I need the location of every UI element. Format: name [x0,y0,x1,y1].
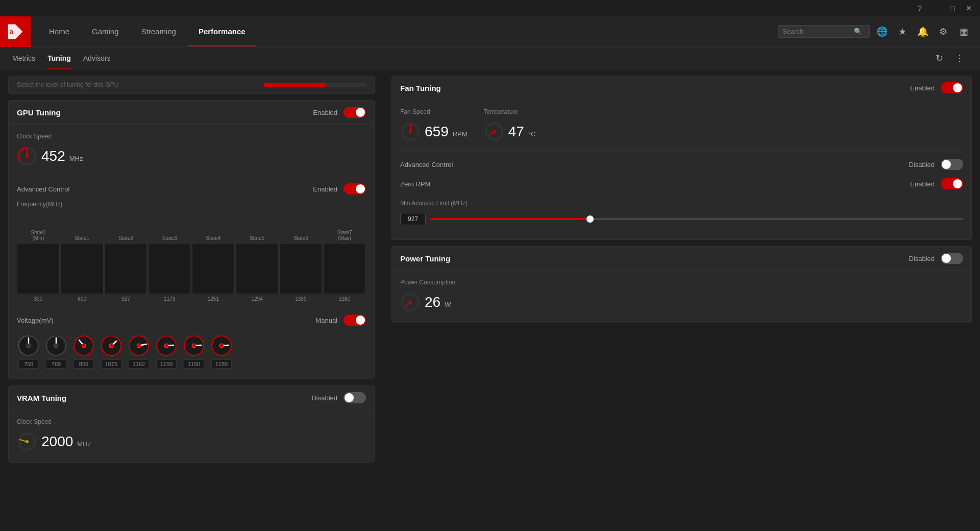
vram-clock-dial [17,431,37,452]
min-acoustic-label: Min Acoustic Limit (MHz) [400,198,963,209]
vram-tuning-status: Disabled [311,394,337,402]
nav-links: Home Gaming Streaming Performance [39,16,256,46]
power-consumption-label: Power Consumption [400,277,963,288]
freq-bar-0[interactable] [17,243,60,294]
knob-dial-7[interactable] [210,334,233,357]
power-tuning-title: Power Tuning [400,254,909,263]
nav-home[interactable]: Home [39,16,80,46]
freq-bar-6[interactable] [280,243,323,294]
freq-val-0: 300 [34,296,43,302]
svg-point-12 [137,344,141,348]
clock-speed-value: 452 [41,148,65,164]
freq-bar-3[interactable] [148,243,191,294]
minimize-button[interactable]: – [929,1,943,15]
sub-nav-right: ↻ ⋮ [931,50,968,66]
globe-icon-btn[interactable]: 🌐 [874,23,890,40]
zero-rpm-toggle[interactable] [941,178,963,189]
left-panel: Select the level of tuning for this GPU … [0,69,383,531]
vram-tuning-title: VRAM Tuning [17,394,311,402]
power-consumption-gauge: 26 W [400,288,963,317]
knob-val-5: 1150 [156,359,177,369]
nav-performance[interactable]: Performance [188,16,256,46]
gear-icon-btn[interactable]: ⚙ [935,23,951,40]
svg-point-24 [493,130,496,133]
star-icon-btn[interactable]: ★ [894,23,911,40]
advanced-control-toggle[interactable] [344,183,366,195]
more-icon-btn[interactable]: ⋮ [951,50,968,66]
freq-col-7: State7(Max) 1380 [323,230,366,302]
clock-speed-unit: MHz [69,155,83,162]
freq-col-0: State0(Min) 300 [17,230,60,302]
knob-dial-6[interactable] [182,334,206,357]
clock-speed-label: Clock Speed [17,131,366,142]
knob-3: 1075 [100,334,123,369]
temperature-unit: °C [528,130,536,138]
knob-val-7: 1150 [211,359,232,369]
svg-text:a: a [9,28,13,35]
sub-nav: Metrics Tuning Advisors ↻ ⋮ [0,47,980,69]
power-consumption-unit: W [445,301,451,308]
power-tuning-toggle[interactable] [941,253,963,264]
vram-clock-value: 2000 [41,433,73,450]
freq-val-6: 1339 [295,296,306,302]
top-partial-text: Select the level of tuning for this GPU [17,81,118,88]
bell-icon-btn[interactable]: 🔔 [915,23,931,40]
fan-tuning-card: Fan Tuning Enabled Fan Speed [391,76,972,240]
voltage-mode: Manual [315,317,337,324]
power-consumption-value: 26 [425,294,440,310]
temperature-value: 47 [508,124,524,140]
nav-gaming[interactable]: Gaming [82,16,129,46]
gpu-tuning-card: GPU Tuning Enabled Clock Speed [8,100,375,379]
svg-point-18 [219,344,224,348]
knob-dial-1[interactable] [44,334,68,357]
voltage-toggle[interactable] [344,315,366,326]
vram-tuning-header: VRAM Tuning Disabled [9,386,374,410]
power-dial [400,292,421,312]
fan-tuning-toggle[interactable] [941,82,963,93]
svg-point-26 [409,301,412,304]
knob-val-0: 750 [18,359,39,369]
refresh-icon-btn[interactable]: ↻ [931,50,947,66]
min-acoustic-slider-track[interactable] [430,218,963,220]
freq-val-2: 927 [121,296,130,302]
freq-bar-7[interactable] [323,243,366,294]
zero-rpm-row: Zero RPM Enabled [400,174,963,194]
search-input[interactable] [782,28,854,35]
help-button[interactable]: ? [913,1,927,15]
vram-tuning-toggle[interactable] [344,392,366,403]
gpu-tuning-status: Enabled [313,109,337,116]
voltage-label: Voltage(mV) [17,317,315,324]
freq-bar-5[interactable] [236,243,279,294]
zero-rpm-label: Zero RPM [400,180,910,188]
min-acoustic-slider-thumb[interactable] [586,215,594,223]
top-partial: Select the level of tuning for this GPU [8,76,375,94]
subnav-tuning[interactable]: Tuning [47,47,71,69]
nav-streaming[interactable]: Streaming [131,16,186,46]
knob-dial-5[interactable] [155,334,178,357]
fan-tuning-body: Fan Speed 659 RPM [392,100,971,239]
restore-button[interactable]: ◻ [945,1,960,15]
fan-advanced-control-toggle[interactable] [941,159,963,170]
freq-col-5: State5 1294 [236,235,279,302]
freq-bar-1[interactable] [61,243,104,294]
voltage-row-header: Voltage(mV) Manual [17,310,366,330]
search-box[interactable]: 🔍 [778,25,870,38]
temperature-gauge: 47 °C [484,117,536,146]
knob-dial-3[interactable] [100,334,123,357]
knob-val-2: 856 [74,359,94,369]
title-bar: ? – ◻ ✕ [0,0,980,16]
knob-val-1: 769 [46,359,66,369]
freq-bar-2[interactable] [105,243,148,294]
gpu-tuning-title: GPU Tuning [17,108,313,117]
freq-bar-4[interactable] [192,243,235,294]
fan-tuning-header: Fan Tuning Enabled [392,76,971,100]
knob-dial-0[interactable] [17,334,40,357]
close-button[interactable]: ✕ [962,1,976,15]
gpu-tuning-toggle[interactable] [344,107,366,118]
subnav-metrics[interactable]: Metrics [12,47,35,69]
gpu-tuning-body: Clock Speed 452 MHz [9,125,374,379]
layout-icon-btn[interactable]: ▦ [955,23,972,40]
subnav-advisors[interactable]: Advisors [83,47,111,69]
knob-dial-2[interactable] [72,334,95,357]
knob-dial-4[interactable] [127,334,151,357]
